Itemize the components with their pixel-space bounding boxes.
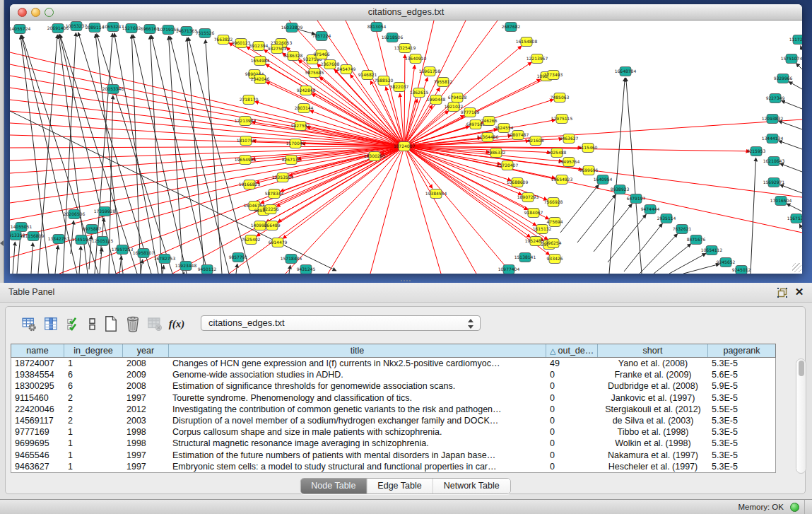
network-node[interactable]: 7625402 (242, 235, 261, 245)
delete-trash-icon[interactable] (125, 315, 141, 332)
network-node[interactable]: 2803144 (295, 104, 314, 113)
delete-table-disabled-icon[interactable] (147, 315, 163, 332)
network-node[interactable]: 9857791 (229, 253, 248, 262)
network-node[interactable]: 8938923 (611, 185, 630, 194)
network-node[interactable]: 15720407 (497, 161, 519, 170)
show-columns-icon[interactable] (43, 315, 59, 332)
network-node[interactable]: 1025488 (548, 148, 567, 158)
network-node[interactable]: 19218506 (382, 33, 404, 42)
cell-outde[interactable]: 49 (546, 358, 598, 369)
column-header-pagerank[interactable]: pagerank (708, 344, 775, 357)
column-header-outde[interactable]: △ out_de… (546, 344, 598, 357)
table-row[interactable]: 1872400712008Changes of HCN gene express… (11, 358, 775, 369)
network-node[interactable]: 1145194 (72, 235, 91, 245)
network-node[interactable]: 10977404 (498, 265, 520, 274)
network-node[interactable]: 16958107 (133, 249, 155, 258)
cell-name[interactable]: 9465546 (11, 450, 64, 461)
cell-name[interactable]: 22420046 (11, 404, 64, 415)
window-titlebar[interactable]: citations_edges.txt (10, 4, 802, 21)
cell-name[interactable]: 9777169 (11, 426, 64, 438)
cell-year[interactable]: 1998 (123, 438, 169, 449)
network-node[interactable]: 15751074 (781, 54, 802, 64)
cell-year[interactable]: 1997 (123, 392, 169, 404)
cell-name[interactable]: 9463627 (11, 461, 64, 472)
network-node[interactable]: 2687682 (502, 23, 521, 32)
network-node[interactable]: 9242848 (297, 86, 316, 95)
network-node[interactable]: 9450112 (198, 265, 217, 274)
tab-node-table[interactable]: Node Table (300, 479, 367, 493)
cell-short[interactable]: de Silva et al. (2003) (598, 415, 708, 426)
cell-pagerank[interactable]: 5.9E-5 (708, 380, 775, 392)
cell-title[interactable]: Disruption of a novel member of a sodium… (169, 415, 546, 426)
cell-name[interactable]: 19384554 (11, 369, 64, 380)
network-node[interactable]: 2718170 (240, 95, 259, 105)
cell-name[interactable]: 18724007 (11, 358, 64, 369)
cell-indegree[interactable]: 1 (64, 438, 123, 449)
network-node[interactable]: 1167533 (787, 214, 802, 223)
network-node[interactable]: 1362615 (410, 88, 429, 98)
cell-indegree[interactable]: 1 (64, 358, 123, 369)
network-node[interactable]: 9327503 (268, 45, 287, 54)
table-row[interactable]: 1938455462009Genome-wide association stu… (11, 369, 775, 380)
network-node[interactable]: 20053346 (102, 85, 124, 94)
cell-indegree[interactable]: 6 (64, 380, 123, 392)
cell-pagerank[interactable]: 5.3E-5 (708, 426, 775, 438)
network-node[interactable]: 933426 (547, 255, 563, 264)
network-node[interactable]: 9431245 (297, 265, 316, 274)
network-node[interactable]: 12353594 (272, 173, 294, 182)
panel-collapse-arrow[interactable] (0, 240, 4, 246)
cell-short[interactable]: Dudbridge et al. (2008) (598, 380, 708, 392)
table-row[interactable]: 946554611997Estimation of the future num… (11, 450, 775, 461)
tab-edge-table[interactable]: Edge Table (367, 479, 433, 493)
cell-indegree[interactable]: 6 (64, 369, 123, 380)
cell-title[interactable]: Structural magnetic resonance image aver… (169, 438, 546, 449)
close-panel-icon[interactable]: ✕ (794, 286, 805, 298)
network-node[interactable]: 12505115 (92, 237, 114, 246)
cell-short[interactable]: Yano et al. (2008) (598, 358, 708, 369)
cell-short[interactable]: Franke et al. (2009) (598, 369, 708, 380)
network-node[interactable]: 8471676 (687, 235, 706, 245)
network-node[interactable]: 6794028 (448, 93, 467, 103)
network-node[interactable]: 14671365 (176, 27, 198, 36)
cell-pagerank[interactable]: 5.3E-5 (708, 415, 775, 426)
network-node[interactable]: 822256 (263, 205, 279, 214)
table-row[interactable]: 946362711997Embryonic stem cells: a mode… (11, 461, 775, 472)
cell-outde[interactable]: 0 (546, 461, 598, 472)
network-node[interactable]: 6479197 (627, 194, 646, 204)
function-builder-icon[interactable]: f(x) (169, 315, 184, 332)
network-node[interactable]: 9245652 (717, 258, 736, 267)
cell-outde[interactable]: 0 (546, 415, 598, 426)
cell-name[interactable]: 14569117 (11, 415, 64, 426)
network-node[interactable]: 1615132 (533, 225, 552, 234)
cell-title[interactable]: Investigating the contribution of common… (169, 404, 546, 415)
cell-short[interactable]: Hescheler et al. (1997) (598, 461, 708, 472)
network-node[interactable]: 5875685 (305, 69, 324, 78)
network-node[interactable]: 1527602 (122, 24, 141, 33)
network-node[interactable]: 10653247 (102, 23, 124, 32)
network-node[interactable]: 366489 (264, 221, 281, 230)
network-node[interactable]: 9184067 (524, 209, 543, 218)
network-node[interactable]: 8813054 (367, 23, 387, 32)
network-node[interactable]: 7485063 (551, 93, 570, 103)
network-node[interactable]: 16033809 (281, 23, 303, 33)
table-vertical-scrollbar[interactable] (796, 358, 806, 474)
network-node[interactable]: 975466 (314, 50, 330, 59)
table-row[interactable]: 977716911998Corpus callosum shape and si… (11, 426, 775, 438)
float-panel-icon[interactable] (777, 287, 788, 298)
cell-indegree[interactable]: 2 (64, 404, 123, 415)
network-node[interactable]: 14055724 (10, 25, 30, 34)
network-node[interactable]: 7632621 (673, 225, 692, 234)
network-node[interactable]: 1654984 (251, 57, 270, 66)
column-header-short[interactable]: short (598, 344, 708, 357)
cell-title[interactable]: Embryonic stem cells: a model to study s… (169, 461, 546, 472)
cell-outde[interactable]: 0 (546, 438, 598, 449)
column-header-title[interactable]: title (169, 344, 546, 357)
cell-indegree[interactable]: 1 (64, 461, 123, 472)
network-node[interactable]: 12975115 (551, 115, 573, 124)
cell-year[interactable]: 2012 (123, 404, 169, 415)
table-row[interactable]: 911546021997Tourette syndrome. Phenomeno… (11, 392, 775, 404)
cell-year[interactable]: 2009 (123, 369, 169, 380)
cell-year[interactable]: 1997 (123, 450, 169, 461)
cell-outde[interactable]: 0 (546, 450, 598, 461)
network-canvas[interactable]: 1405572420691406100532372089114106532471… (10, 21, 802, 274)
